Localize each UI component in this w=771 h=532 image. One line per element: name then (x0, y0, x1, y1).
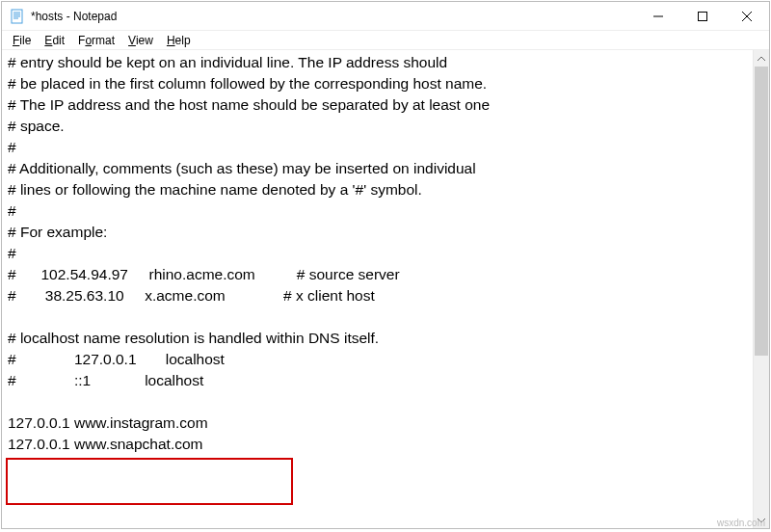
content-area: # entry should be kept on an individual … (2, 50, 769, 528)
scroll-up-arrow[interactable] (754, 50, 769, 66)
minimize-button[interactable] (636, 2, 680, 31)
chevron-up-icon (758, 57, 765, 61)
close-button[interactable] (725, 2, 769, 31)
menu-help[interactable]: Help (160, 32, 198, 49)
menubar: File Edit Format View Help (2, 31, 769, 50)
notepad-icon (10, 9, 25, 24)
menu-format[interactable]: Format (71, 32, 121, 49)
text-editor[interactable]: # entry should be kept on an individual … (2, 50, 753, 528)
watermark: wsxdn.com (717, 518, 765, 528)
maximize-button[interactable] (680, 2, 725, 31)
scroll-thumb[interactable] (755, 66, 768, 356)
notepad-window: *hosts - Notepad File Edit Format View H… (1, 1, 770, 529)
window-title: *hosts - Notepad (31, 10, 117, 23)
menu-view[interactable]: View (121, 32, 160, 49)
titlebar[interactable]: *hosts - Notepad (2, 2, 769, 31)
close-icon (742, 12, 752, 21)
menu-file[interactable]: File (6, 32, 38, 49)
vertical-scrollbar[interactable] (753, 50, 769, 528)
maximize-icon (698, 12, 707, 21)
minimize-icon (653, 12, 663, 21)
svg-rect-6 (699, 12, 707, 20)
menu-edit[interactable]: Edit (38, 32, 71, 49)
